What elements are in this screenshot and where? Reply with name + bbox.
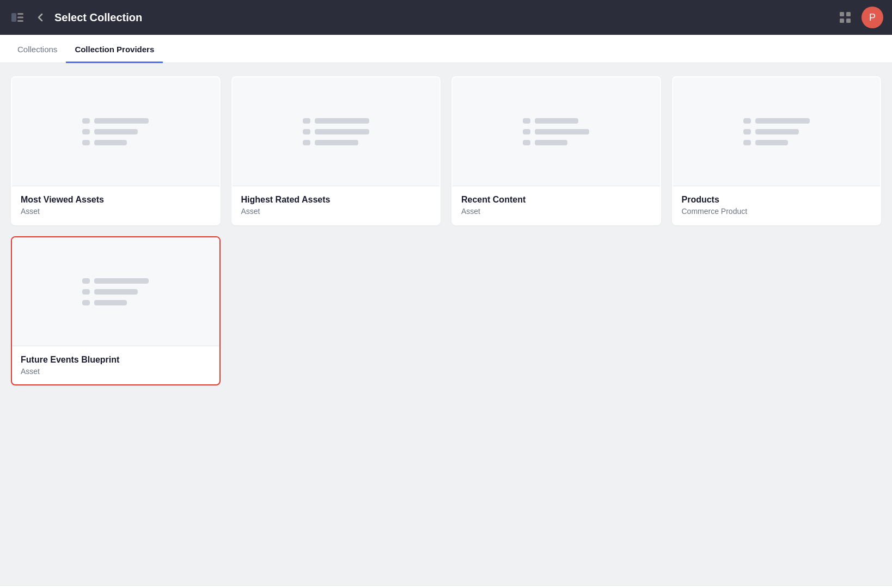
card-recent-content[interactable]: Recent Content Asset (451, 76, 661, 225)
card-preview (233, 77, 440, 186)
card-subtitle: Asset (21, 367, 211, 376)
svg-rect-5 (846, 12, 851, 16)
back-button[interactable] (33, 10, 48, 25)
svg-rect-7 (846, 19, 851, 23)
card-title: Future Events Blueprint (21, 355, 211, 365)
card-body: Future Events Blueprint Asset (12, 346, 219, 384)
grid-icon[interactable] (835, 8, 855, 27)
avatar[interactable]: P (862, 7, 883, 28)
svg-rect-3 (17, 20, 23, 22)
card-preview (12, 237, 219, 346)
card-title: Highest Rated Assets (241, 195, 431, 205)
card-subtitle: Commerce Product (682, 207, 872, 216)
sidebar-toggle-button[interactable] (9, 9, 26, 26)
card-preview (673, 77, 881, 186)
card-products[interactable]: Products Commerce Product (672, 76, 882, 225)
card-subtitle: Asset (241, 207, 431, 216)
svg-rect-4 (840, 12, 844, 16)
svg-rect-1 (17, 13, 23, 15)
svg-rect-2 (17, 17, 23, 19)
card-subtitle: Asset (21, 207, 211, 216)
card-title: Most Viewed Assets (21, 195, 211, 205)
header: Select Collection P (0, 0, 892, 35)
card-future-events[interactable]: Future Events Blueprint Asset (11, 236, 221, 385)
page-title: Select Collection (54, 11, 829, 24)
tabs-bar: Collections Collection Providers (0, 35, 892, 63)
card-preview (12, 77, 219, 186)
card-body: Highest Rated Assets Asset (233, 186, 440, 224)
svg-rect-0 (11, 13, 16, 22)
tab-collection-providers[interactable]: Collection Providers (66, 35, 163, 63)
card-preview (453, 77, 660, 186)
card-most-viewed[interactable]: Most Viewed Assets Asset (11, 76, 221, 225)
tab-collections[interactable]: Collections (9, 35, 66, 63)
card-grid-row1: Most Viewed Assets Asset (11, 76, 881, 225)
card-grid-row2: Future Events Blueprint Asset (11, 236, 881, 385)
card-body: Products Commerce Product (673, 186, 881, 224)
card-highest-rated[interactable]: Highest Rated Assets Asset (231, 76, 441, 225)
card-title: Recent Content (461, 195, 651, 205)
card-body: Recent Content Asset (453, 186, 660, 224)
card-title: Products (682, 195, 872, 205)
card-body: Most Viewed Assets Asset (12, 186, 219, 224)
footer: 20 Entries Showing 1 to 5 of 5 entries. … (0, 585, 892, 588)
avatar-letter: P (869, 12, 876, 23)
main-content: Most Viewed Assets Asset (0, 63, 892, 585)
svg-rect-6 (840, 19, 844, 23)
card-subtitle: Asset (461, 207, 651, 216)
